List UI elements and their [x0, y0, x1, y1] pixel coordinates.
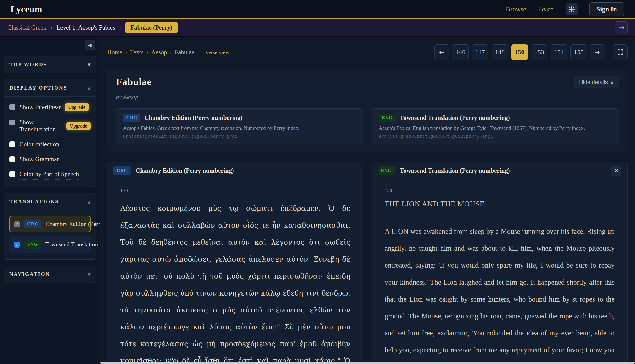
- english-panel-title: Townsend Translation (Perry numbering): [400, 167, 510, 174]
- color-inflection-checkbox[interactable]: [10, 142, 15, 148]
- option-label-wrap: Color by Part of Speech: [20, 170, 79, 180]
- show-transliteration-checkbox[interactable]: [10, 120, 15, 126]
- top-words-title: TOP WORDS: [10, 62, 47, 68]
- navigation-header[interactable]: NAVIGATION ▼: [4, 266, 96, 283]
- theme-toggle-button[interactable]: [565, 4, 577, 15]
- breadcrumb-author-link[interactable]: Aesop: [151, 49, 167, 56]
- edition-cards: GRC Chambry Edition (Perry numbering) Ae…: [116, 108, 619, 144]
- option-color-by-part-of-speech[interactable]: Color by Part of Speech: [10, 170, 91, 180]
- breadcrumb-current-work: Fabulae: [175, 49, 194, 56]
- breadcrumb-home-link[interactable]: Home: [107, 49, 122, 56]
- greek-text-panel: GRC Chambry Edition (Perry numbering) 15…: [107, 162, 363, 364]
- option-label: Color Inflection: [20, 141, 59, 148]
- page-button-147[interactable]: 147: [472, 44, 488, 60]
- horizontal-scrollbar[interactable]: [100, 362, 634, 364]
- greek-panel-title: Chambry Edition (Perry numbering): [136, 167, 234, 174]
- upgrade-badge[interactable]: Upgrade: [67, 122, 91, 130]
- breadcrumb-separator: ›: [170, 49, 172, 56]
- arrow-right-icon: →: [618, 24, 624, 32]
- option-color-inflection[interactable]: Color Inflection: [10, 141, 91, 150]
- text-panels: GRC Chambry Edition (Perry numbering) 15…: [107, 162, 628, 364]
- eng-language-badge: ENG: [24, 240, 41, 248]
- navigation-title: NAVIGATION: [10, 271, 50, 277]
- breadcrumb-separator: ›: [146, 49, 148, 56]
- top-words-header[interactable]: TOP WORDS ▼: [4, 56, 96, 73]
- next-page-button[interactable]: →: [590, 44, 605, 60]
- close-english-panel-button[interactable]: ✕: [611, 166, 621, 176]
- course-breadcrumb-level-link[interactable]: Level 1: Aesop's Fables: [57, 24, 115, 31]
- reader-toolbar: Home › Texts › Aesop › Fabulae · Verse v…: [107, 44, 628, 60]
- page-button-153[interactable]: 153: [531, 44, 547, 60]
- pagination: ← 146 147 148 150 153 154 155 →: [434, 44, 628, 60]
- close-icon: ✕: [614, 168, 618, 174]
- translation-item-townsend[interactable]: ENG Townsend Translation ...: [10, 236, 91, 252]
- option-show-grammar[interactable]: Show Grammar: [10, 156, 91, 165]
- english-verse-text[interactable]: A LION was awakened from sleep by a Mous…: [385, 223, 614, 364]
- page-button-150-active[interactable]: 150: [511, 44, 528, 60]
- chevron-up-icon: ▲: [610, 80, 614, 85]
- nav-browse-link[interactable]: Browse: [506, 6, 526, 13]
- breadcrumb-texts-link[interactable]: Texts: [130, 49, 143, 56]
- grc-language-badge: GRC: [123, 114, 140, 122]
- edition-card-greek: GRC Chambry Edition (Perry numbering) Ae…: [116, 108, 363, 144]
- page-button-148[interactable]: 148: [492, 44, 508, 60]
- edition-card-title: Townsend Translation (Perry numbering): [400, 114, 510, 121]
- nav-learn-link[interactable]: Learn: [538, 6, 554, 13]
- collapse-left-icon: ◀: [88, 42, 91, 48]
- brand-logo[interactable]: Lyceum: [11, 4, 42, 15]
- show-grammar-checkbox[interactable]: [10, 156, 15, 162]
- fullscreen-button[interactable]: [613, 44, 628, 60]
- grc-language-badge: GRC: [24, 220, 41, 228]
- greek-verse-text[interactable]: Λέοντος κοιμωμένου μῦς τῷ σώματι ἐπέδραμ…: [120, 200, 350, 364]
- show-interlinear-checkbox[interactable]: [10, 104, 15, 110]
- breadcrumb-separator: ›: [119, 24, 121, 31]
- eng-language-badge: ENG: [379, 114, 396, 122]
- option-label: Show Transliteration: [20, 119, 63, 133]
- page-button-146[interactable]: 146: [452, 44, 469, 60]
- reader-breadcrumb: Home › Texts › Aesop › Fabulae · Verse v…: [107, 49, 230, 56]
- greek-panel-body: 150 Λέοντος κοιμωμένου μῦς τῷ σώματι ἐπέ…: [108, 179, 363, 364]
- english-panel-header: ENG Townsend Translation (Perry numberin…: [372, 162, 627, 179]
- sidebar-collapse-button[interactable]: ◀: [85, 40, 95, 50]
- translations-body: GRC Chambry Edition (Perr... ENG Townsen…: [4, 210, 96, 260]
- previous-page-button[interactable]: ←: [434, 44, 449, 60]
- display-options-body: Show Interlinear Upgrade Show Transliter…: [4, 96, 96, 187]
- upgrade-badge[interactable]: Upgrade: [65, 104, 89, 111]
- translations-header[interactable]: TRANSLATIONS ▲: [4, 193, 96, 210]
- navbar-links: Browse Learn Sign In: [506, 2, 624, 16]
- page-button-155[interactable]: 155: [570, 44, 587, 60]
- body-row: ◀ TOP WORDS ▼ DISPLAY OPTIONS ▲: [1, 37, 634, 364]
- breadcrumb-separator: ›: [125, 49, 127, 56]
- color-by-pos-checkbox[interactable]: [10, 171, 15, 177]
- page-button-154[interactable]: 154: [551, 44, 567, 60]
- fable-heading: THE LION AND THE MOUSE: [385, 200, 614, 208]
- sidebar-section-top-words: TOP WORDS ▼: [4, 56, 97, 73]
- sidebar-section-translations: TRANSLATIONS ▲ GRC Chambry Edition (Perr…: [4, 193, 97, 260]
- english-text-panel: ENG Townsend Translation (Perry numberin…: [372, 162, 628, 364]
- course-breadcrumb-root-link[interactable]: Classical Greek: [7, 24, 46, 31]
- display-options-title: DISPLAY OPTIONS: [10, 85, 67, 91]
- chevron-down-icon: ▼: [88, 272, 91, 277]
- sidebar-section-display-options: DISPLAY OPTIONS ▲ Show Interlinear Upgra…: [4, 79, 97, 187]
- english-panel-body: 150 THE LION AND THE MOUSE A LION was aw…: [372, 179, 627, 364]
- verse-view-link[interactable]: Verse view: [205, 49, 230, 56]
- course-forward-button[interactable]: →: [615, 21, 628, 34]
- townsend-checkbox[interactable]: [14, 242, 20, 248]
- course-breadcrumb-current-badge[interactable]: Fabulae (Perry): [125, 22, 178, 34]
- display-options-header[interactable]: DISPLAY OPTIONS ▲: [4, 80, 96, 96]
- arrow-left-icon: ←: [439, 49, 444, 56]
- option-label-wrap: Show Grammar: [20, 156, 59, 165]
- fullscreen-icon: [617, 49, 624, 56]
- chevron-up-icon: ▲: [88, 86, 91, 90]
- option-label-wrap: Show Transliteration Upgrade: [20, 119, 91, 135]
- option-show-transliteration[interactable]: Show Transliteration Upgrade: [10, 119, 91, 135]
- option-show-interlinear[interactable]: Show Interlinear Upgrade: [10, 104, 91, 113]
- chambry-checkbox[interactable]: [14, 222, 20, 227]
- translation-item-chambry[interactable]: GRC Chambry Edition (Perr...: [10, 216, 91, 232]
- sign-in-button[interactable]: Sign In: [589, 2, 624, 16]
- edition-card-english: ENG Townsend Translation (Perry numberin…: [372, 108, 619, 144]
- top-navbar: Lyceum Browse Learn Sign In: [1, 0, 634, 19]
- sidebar-collapse-row: ◀: [4, 40, 95, 50]
- option-label-wrap: Show Interlinear Upgrade: [20, 104, 89, 113]
- hide-details-button[interactable]: Hide details ▲: [574, 76, 619, 88]
